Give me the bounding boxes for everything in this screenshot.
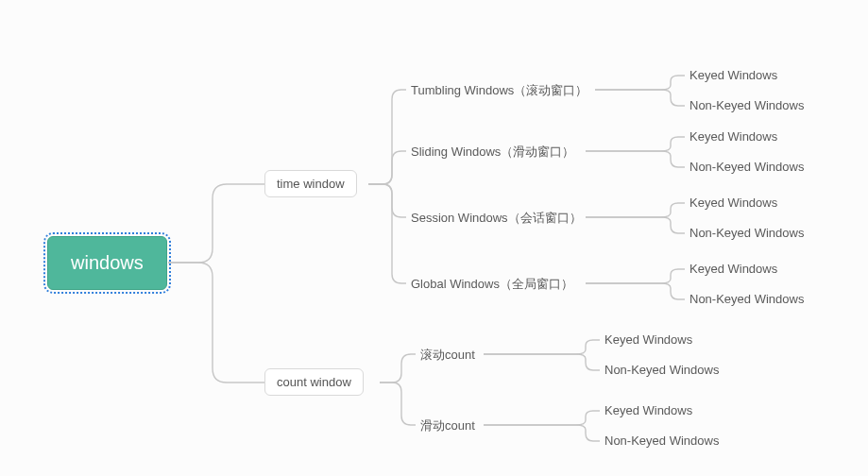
leaf-label: Keyed Windows	[689, 196, 777, 210]
node-label: Tumbling Windows（滚动窗口）	[411, 83, 587, 97]
leaf-keyed[interactable]: Keyed Windows	[604, 332, 692, 347]
leaf-nonkeyed[interactable]: Non-Keyed Windows	[604, 434, 719, 448]
leaf-nonkeyed[interactable]: Non-Keyed Windows	[689, 226, 804, 240]
leaf-label: Keyed Windows	[604, 403, 692, 417]
leaf-label: Non-Keyed Windows	[689, 292, 804, 306]
node-label: Session Windows（会话窗口）	[411, 211, 582, 225]
leaf-nonkeyed[interactable]: Non-Keyed Windows	[689, 292, 804, 306]
leaf-label: Non-Keyed Windows	[689, 98, 804, 112]
node-count-window[interactable]: count window	[264, 368, 364, 396]
node-label: time window	[277, 177, 345, 191]
node-count-gun[interactable]: 滚动count	[420, 347, 475, 364]
leaf-nonkeyed[interactable]: Non-Keyed Windows	[689, 160, 804, 174]
leaf-label: Keyed Windows	[689, 262, 777, 276]
root-node[interactable]: windows	[47, 236, 167, 290]
node-count-hua[interactable]: 滑动count	[420, 417, 475, 434]
node-label: Sliding Windows（滑动窗口）	[411, 144, 574, 159]
leaf-keyed[interactable]: Keyed Windows	[689, 129, 777, 144]
leaf-label: Keyed Windows	[689, 68, 777, 82]
node-sliding[interactable]: Sliding Windows（滑动窗口）	[411, 144, 574, 161]
node-label: count window	[277, 375, 351, 389]
leaf-label: Non-Keyed Windows	[604, 363, 719, 377]
leaf-label: Non-Keyed Windows	[689, 160, 804, 174]
leaf-label: Keyed Windows	[604, 332, 692, 347]
leaf-keyed[interactable]: Keyed Windows	[689, 196, 777, 210]
leaf-keyed[interactable]: Keyed Windows	[689, 68, 777, 82]
leaf-nonkeyed[interactable]: Non-Keyed Windows	[604, 363, 719, 377]
node-label: 滚动count	[420, 348, 475, 362]
leaf-keyed[interactable]: Keyed Windows	[604, 403, 692, 417]
leaf-label: Non-Keyed Windows	[604, 434, 719, 448]
leaf-label: Keyed Windows	[689, 129, 777, 144]
leaf-keyed[interactable]: Keyed Windows	[689, 262, 777, 276]
leaf-nonkeyed[interactable]: Non-Keyed Windows	[689, 98, 804, 112]
node-session[interactable]: Session Windows（会话窗口）	[411, 210, 582, 227]
node-time-window[interactable]: time window	[264, 170, 357, 197]
leaf-label: Non-Keyed Windows	[689, 226, 804, 240]
root-label: windows	[71, 252, 144, 274]
node-tumbling[interactable]: Tumbling Windows（滚动窗口）	[411, 82, 587, 99]
node-global[interactable]: Global Windows（全局窗口）	[411, 276, 573, 293]
mindmap-canvas: windows time window count window Tumblin…	[0, 0, 868, 476]
node-label: Global Windows（全局窗口）	[411, 277, 573, 291]
node-label: 滑动count	[420, 418, 475, 433]
